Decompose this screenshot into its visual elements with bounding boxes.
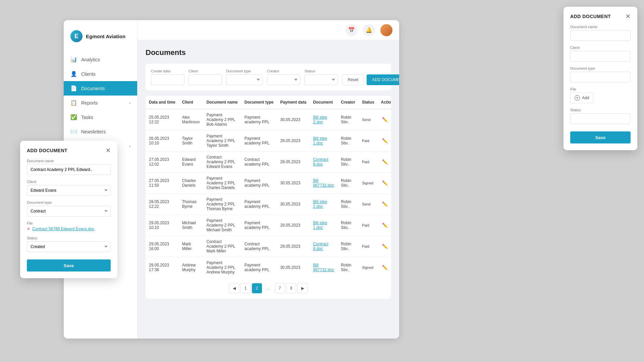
page-next-button[interactable]: ▶: [298, 283, 308, 293]
reset-button[interactable]: Reset: [342, 74, 364, 85]
cell-datetime-2: 27.05.2023 12:02: [146, 152, 179, 173]
cell-document-0[interactable]: Bill step 2.doc: [310, 109, 337, 130]
page-title: Documents: [146, 48, 391, 57]
cell-datetime-0: 25.05.2023 12:22: [146, 109, 179, 130]
filter-select-status[interactable]: [305, 74, 338, 85]
cell-datetime-7: 29.05.2023 17:38: [146, 257, 179, 278]
form-select-client-small[interactable]: Edward Evans: [27, 185, 111, 196]
cell-document-7[interactable]: Bill 867732.doc: [310, 257, 337, 278]
add-document-button[interactable]: ADD DOCUMENT: [367, 74, 399, 85]
cell-client-7: Andrew Murphy: [179, 257, 203, 278]
form-group-doc-name-large: Document name: [570, 25, 631, 41]
form-label-client-small: Client: [27, 180, 111, 184]
filter-label-create-data: Create data: [151, 69, 184, 73]
modal-large-close-button[interactable]: ✕: [626, 13, 631, 19]
th-doc-type: Document type: [241, 96, 277, 109]
bell-icon[interactable]: 🔔: [363, 24, 375, 36]
form-label-doc-type-small: Document type: [27, 200, 111, 204]
form-group-doc-type-large: Document type: [570, 66, 631, 82]
form-input-doc-name-small[interactable]: [27, 164, 111, 175]
sidebar-item-tasks[interactable]: ✅ Tasks: [64, 110, 137, 124]
cell-action-0: ✏️ 🗑: [378, 109, 391, 130]
cell-document-6[interactable]: Contract 8.doc: [310, 236, 337, 257]
page-btn-1[interactable]: 1: [240, 283, 251, 293]
edit-button-4[interactable]: ✏️: [381, 200, 389, 208]
form-select-doc-type-small[interactable]: Contract: [27, 206, 111, 217]
form-group-status-large: Status: [570, 108, 631, 124]
edit-button-3[interactable]: ✏️: [381, 179, 389, 187]
edit-button-1[interactable]: ✏️: [381, 137, 389, 145]
cell-doc-type-5: Payment academy PPL: [241, 215, 277, 236]
page-btn-2[interactable]: 2: [252, 283, 262, 293]
th-action: Action: [378, 96, 391, 109]
form-select-client-large[interactable]: [570, 51, 631, 62]
cell-payment-data-5: 29.05.2023: [277, 215, 310, 236]
cell-doc-type-3: Payment academy PPL: [241, 173, 277, 194]
calendar-icon[interactable]: 📅: [345, 24, 358, 36]
th-status: Status: [359, 96, 378, 109]
sidebar-label-reports: Reports: [81, 100, 98, 106]
settings-chevron-icon: ›: [129, 144, 130, 148]
form-input-doc-name-large[interactable]: [570, 30, 631, 41]
table-row: 25.05.2023 12:22 Alex Martinson Payment …: [146, 109, 391, 130]
filter-select-creator[interactable]: [267, 74, 301, 85]
cell-datetime-5: 29.05.2023 10:10: [146, 215, 179, 236]
cell-doc-name-2: Contract Academy 2 PPL Edward Evans: [203, 152, 241, 173]
edit-button-7[interactable]: ✏️: [381, 263, 389, 272]
cell-document-5[interactable]: Bill step 1.doc: [310, 215, 337, 236]
filter-input-create-data[interactable]: [151, 74, 184, 85]
cell-document-2[interactable]: Contract 8.doc: [310, 152, 337, 173]
sidebar-item-reports[interactable]: 📋 Reports ›: [64, 96, 137, 110]
cell-doc-name-5: Payment Academy 2 PPL Michael Smith: [203, 215, 241, 236]
documents-table: Data and time Client Document name Docum…: [146, 96, 391, 278]
page-prev-button[interactable]: ◀: [229, 283, 239, 293]
cell-action-7: ✏️ 🗑: [378, 257, 391, 278]
clients-icon: 👤: [70, 71, 77, 77]
cell-client-3: Charles Daniels: [179, 173, 203, 194]
form-select-doc-type-large[interactable]: [570, 72, 631, 82]
table-row: 26.05.2023 10:10 Taylor Smith Payment Ac…: [146, 130, 391, 152]
cell-client-6: Mark Miller: [179, 236, 203, 257]
cell-status-2: Paid: [359, 152, 378, 173]
avatar[interactable]: [380, 24, 392, 36]
form-group-file-small: File ✕ Contract 56789 Edward Evans.doc: [27, 221, 111, 231]
form-select-status-large[interactable]: [570, 113, 631, 124]
sidebar-item-clients[interactable]: 👤 Clients: [64, 67, 137, 81]
filter-select-document-type[interactable]: [226, 74, 263, 85]
sidebar-item-documents[interactable]: 📄 Documents: [64, 81, 137, 96]
cell-status-4: Send: [359, 194, 378, 215]
plus-icon: +: [575, 95, 580, 101]
reports-icon: 📋: [70, 100, 77, 106]
add-file-button[interactable]: + Add: [570, 93, 593, 103]
filter-input-client[interactable]: [189, 74, 222, 85]
edit-button-2[interactable]: ✏️: [381, 158, 389, 166]
cell-action-3: ✏️ 🗑: [378, 173, 391, 194]
edit-button-6[interactable]: ✏️: [381, 242, 389, 250]
form-select-status-small[interactable]: Created: [27, 241, 111, 252]
save-button-large[interactable]: Save: [570, 131, 631, 143]
cell-client-0: Alex Martinson: [179, 109, 203, 130]
form-group-file-large: File + Add: [570, 87, 631, 103]
th-datetime: Data and time: [146, 96, 179, 109]
cell-client-2: Edward Evans: [179, 152, 203, 173]
cell-doc-type-1: Payment academy PPL: [241, 130, 277, 152]
save-button-small[interactable]: Save: [27, 259, 111, 272]
edit-button-5[interactable]: ✏️: [381, 221, 389, 229]
page-btn-7[interactable]: 7: [275, 283, 285, 293]
modal-small-close-button[interactable]: ✕: [106, 147, 111, 154]
sidebar-item-analytics[interactable]: 📊 Analytics: [64, 52, 137, 67]
cell-datetime-6: 29.05.2023 16:00: [146, 236, 179, 257]
cell-document-4[interactable]: Bill step 2.doc: [310, 194, 337, 215]
page-btn-8[interactable]: 8: [286, 283, 296, 293]
cell-datetime-4: 28.05.2023 12:22: [146, 194, 179, 215]
sidebar-item-newsletters[interactable]: ✉️ Newsletters: [64, 124, 137, 139]
edit-button-0[interactable]: ✏️: [381, 116, 389, 124]
cell-status-3: Signed: [359, 173, 378, 194]
cell-doc-name-7: Payment Academy 2 PPL Andrew Murphy: [203, 257, 241, 278]
file-name-small[interactable]: Contract 56789 Edward Evans.doc: [32, 227, 94, 231]
cell-payment-data-3: 30.05.2023: [277, 173, 310, 194]
cell-document-1[interactable]: Bill step 1.doc: [310, 130, 337, 152]
cell-document-3[interactable]: Bill 867732.doc: [310, 173, 337, 194]
cell-doc-name-6: Contract Academy 2 PPL Mark Miller: [203, 236, 241, 257]
table-row: 29.05.2023 10:10 Michael Smith Payment A…: [146, 215, 391, 236]
